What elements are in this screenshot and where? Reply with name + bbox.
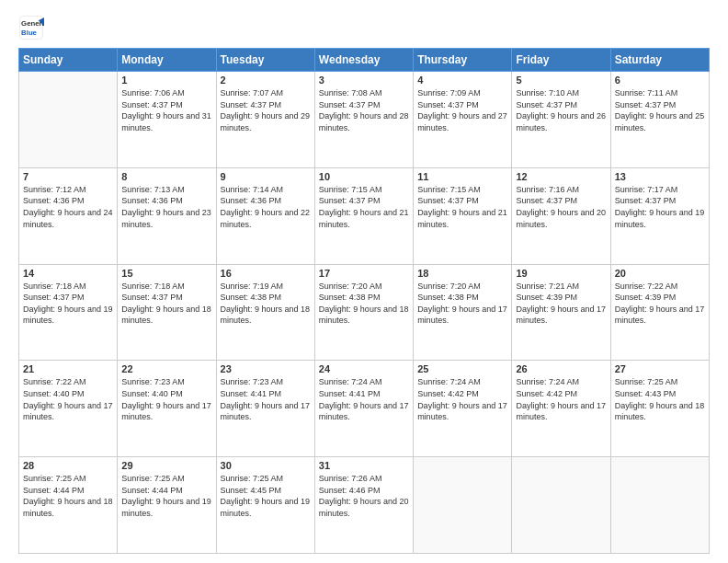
calendar-cell: 8Sunrise: 7:13 AM Sunset: 4:36 PM Daylig… [118,167,216,264]
calendar-cell: 14Sunrise: 7:18 AM Sunset: 4:37 PM Dayli… [19,264,118,361]
day-number: 16 [221,268,311,279]
calendar-table: SundayMondayTuesdayWednesdayThursdayFrid… [18,48,710,554]
day-number: 21 [23,363,113,374]
calendar-cell [19,72,118,168]
day-info: Sunrise: 7:20 AM Sunset: 4:38 PM Dayligh… [319,281,409,327]
day-info: Sunrise: 7:25 AM Sunset: 4:45 PM Dayligh… [221,473,311,519]
calendar-cell: 31Sunrise: 7:26 AM Sunset: 4:46 PM Dayli… [314,457,413,554]
day-info: Sunrise: 7:09 AM Sunset: 4:37 PM Dayligh… [417,87,507,133]
day-number: 14 [23,268,113,279]
logo-icon: General Blue [18,15,44,40]
day-number: 17 [319,268,409,279]
day-info: Sunrise: 7:20 AM Sunset: 4:38 PM Dayligh… [417,281,507,327]
calendar-cell: 26Sunrise: 7:24 AM Sunset: 4:42 PM Dayli… [512,361,610,457]
day-number: 4 [417,75,507,86]
calendar-week-row: 21Sunrise: 7:22 AM Sunset: 4:40 PM Dayli… [19,361,710,457]
day-number: 26 [516,363,606,374]
day-info: Sunrise: 7:25 AM Sunset: 4:44 PM Dayligh… [121,473,211,519]
day-info: Sunrise: 7:07 AM Sunset: 4:37 PM Dayligh… [221,87,311,133]
day-number: 5 [516,75,606,86]
weekday-header: Friday [512,49,610,72]
day-number: 20 [615,268,705,279]
calendar-cell: 20Sunrise: 7:22 AM Sunset: 4:39 PM Dayli… [610,264,709,361]
day-info: Sunrise: 7:24 AM Sunset: 4:41 PM Dayligh… [319,376,409,422]
day-number: 13 [615,171,705,182]
calendar-cell: 13Sunrise: 7:17 AM Sunset: 4:37 PM Dayli… [610,167,709,264]
logo: General Blue [18,15,50,40]
day-info: Sunrise: 7:16 AM Sunset: 4:37 PM Dayligh… [516,184,606,230]
day-number: 8 [121,171,211,182]
calendar-cell: 17Sunrise: 7:20 AM Sunset: 4:38 PM Dayli… [314,264,413,361]
calendar-cell: 10Sunrise: 7:15 AM Sunset: 4:37 PM Dayli… [314,167,413,264]
day-number: 23 [221,363,311,374]
day-info: Sunrise: 7:14 AM Sunset: 4:36 PM Dayligh… [221,184,311,230]
calendar-cell: 23Sunrise: 7:23 AM Sunset: 4:41 PM Dayli… [216,361,314,457]
weekday-header: Tuesday [216,49,314,72]
day-info: Sunrise: 7:22 AM Sunset: 4:39 PM Dayligh… [615,281,705,327]
calendar-cell: 12Sunrise: 7:16 AM Sunset: 4:37 PM Dayli… [512,167,610,264]
day-info: Sunrise: 7:18 AM Sunset: 4:37 PM Dayligh… [23,281,113,327]
day-number: 9 [221,171,311,182]
day-info: Sunrise: 7:13 AM Sunset: 4:36 PM Dayligh… [121,184,211,230]
calendar-cell: 4Sunrise: 7:09 AM Sunset: 4:37 PM Daylig… [414,72,512,168]
day-info: Sunrise: 7:25 AM Sunset: 4:43 PM Dayligh… [615,376,705,422]
calendar-cell: 24Sunrise: 7:24 AM Sunset: 4:41 PM Dayli… [314,361,413,457]
calendar-header-row: SundayMondayTuesdayWednesdayThursdayFrid… [19,49,710,72]
calendar-cell: 30Sunrise: 7:25 AM Sunset: 4:45 PM Dayli… [216,457,314,554]
day-info: Sunrise: 7:23 AM Sunset: 4:40 PM Dayligh… [121,376,211,422]
day-number: 30 [221,460,311,471]
calendar-cell: 18Sunrise: 7:20 AM Sunset: 4:38 PM Dayli… [414,264,512,361]
calendar-week-row: 14Sunrise: 7:18 AM Sunset: 4:37 PM Dayli… [19,264,710,361]
calendar-cell: 19Sunrise: 7:21 AM Sunset: 4:39 PM Dayli… [512,264,610,361]
calendar-cell: 28Sunrise: 7:25 AM Sunset: 4:44 PM Dayli… [19,457,118,554]
day-number: 31 [319,460,409,471]
svg-text:Blue: Blue [21,29,38,37]
calendar-week-row: 28Sunrise: 7:25 AM Sunset: 4:44 PM Dayli… [19,457,710,554]
day-number: 28 [23,460,113,471]
day-info: Sunrise: 7:24 AM Sunset: 4:42 PM Dayligh… [417,376,507,422]
day-number: 27 [615,363,705,374]
day-number: 1 [121,75,211,86]
calendar-week-row: 1Sunrise: 7:06 AM Sunset: 4:37 PM Daylig… [19,72,710,168]
calendar-cell: 9Sunrise: 7:14 AM Sunset: 4:36 PM Daylig… [216,167,314,264]
calendar-cell [512,457,610,554]
page: General Blue SundayMondayTuesdayWednesda… [0,0,728,563]
calendar-cell: 6Sunrise: 7:11 AM Sunset: 4:37 PM Daylig… [610,72,709,168]
calendar-cell: 1Sunrise: 7:06 AM Sunset: 4:37 PM Daylig… [118,72,216,168]
day-number: 29 [121,460,211,471]
day-info: Sunrise: 7:23 AM Sunset: 4:41 PM Dayligh… [221,376,311,422]
day-number: 11 [417,171,507,182]
calendar-cell: 3Sunrise: 7:08 AM Sunset: 4:37 PM Daylig… [314,72,413,168]
calendar-cell [610,457,709,554]
calendar-cell: 5Sunrise: 7:10 AM Sunset: 4:37 PM Daylig… [512,72,610,168]
day-number: 15 [121,268,211,279]
day-info: Sunrise: 7:22 AM Sunset: 4:40 PM Dayligh… [23,376,113,422]
day-info: Sunrise: 7:18 AM Sunset: 4:37 PM Dayligh… [121,281,211,327]
day-info: Sunrise: 7:11 AM Sunset: 4:37 PM Dayligh… [615,87,705,133]
day-info: Sunrise: 7:06 AM Sunset: 4:37 PM Dayligh… [121,87,211,133]
day-info: Sunrise: 7:10 AM Sunset: 4:37 PM Dayligh… [516,87,606,133]
day-number: 10 [319,171,409,182]
day-number: 18 [417,268,507,279]
day-info: Sunrise: 7:25 AM Sunset: 4:44 PM Dayligh… [23,473,113,519]
calendar-cell: 27Sunrise: 7:25 AM Sunset: 4:43 PM Dayli… [610,361,709,457]
calendar-cell [414,457,512,554]
day-number: 25 [417,363,507,374]
day-number: 3 [319,75,409,86]
day-number: 6 [615,75,705,86]
day-info: Sunrise: 7:12 AM Sunset: 4:36 PM Dayligh… [23,184,113,230]
day-number: 22 [121,363,211,374]
calendar-cell: 29Sunrise: 7:25 AM Sunset: 4:44 PM Dayli… [118,457,216,554]
day-info: Sunrise: 7:17 AM Sunset: 4:37 PM Dayligh… [615,184,705,230]
day-number: 12 [516,171,606,182]
calendar-cell: 22Sunrise: 7:23 AM Sunset: 4:40 PM Dayli… [118,361,216,457]
day-info: Sunrise: 7:26 AM Sunset: 4:46 PM Dayligh… [319,473,409,519]
calendar-cell: 25Sunrise: 7:24 AM Sunset: 4:42 PM Dayli… [414,361,512,457]
header: General Blue [18,15,710,40]
day-number: 19 [516,268,606,279]
weekday-header: Monday [118,49,216,72]
day-info: Sunrise: 7:19 AM Sunset: 4:38 PM Dayligh… [221,281,311,327]
weekday-header: Sunday [19,49,118,72]
calendar-cell: 2Sunrise: 7:07 AM Sunset: 4:37 PM Daylig… [216,72,314,168]
day-number: 24 [319,363,409,374]
